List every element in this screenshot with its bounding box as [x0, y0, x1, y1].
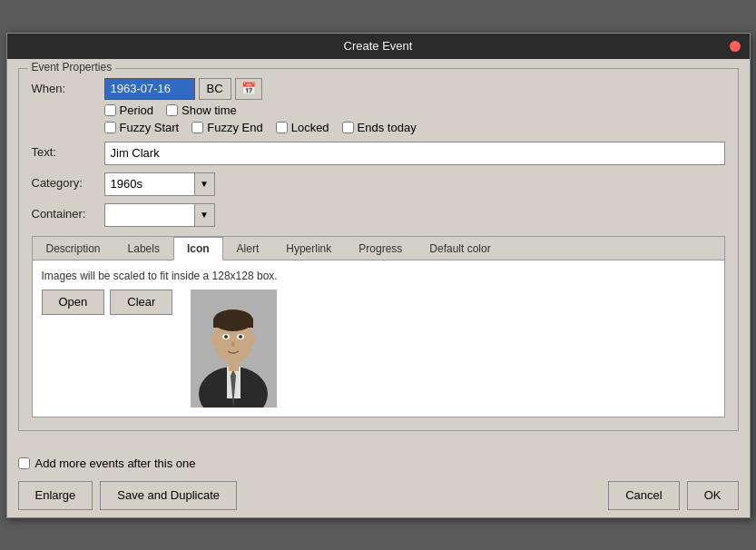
when-label: When: — [32, 78, 104, 95]
ends-today-checkbox-item[interactable]: Ends today — [342, 121, 417, 134]
bottom-area: Add more events after this one Enlarge S… — [7, 449, 750, 517]
group-legend: Event Properties — [28, 61, 116, 74]
icon-hint: Images will be scaled to fit inside a 12… — [42, 270, 715, 282]
tabs-container: Description Labels Icon Alert Hyperlink … — [32, 236, 725, 417]
footer-buttons: Enlarge Save and Duplicate Cancel OK — [18, 481, 739, 510]
category-select-wrapper: 1960s ▼ — [104, 172, 725, 196]
person-image — [191, 290, 277, 408]
category-controls: 1960s ▼ — [104, 172, 725, 196]
locked-checkbox[interactable] — [276, 122, 288, 133]
add-more-row: Add more events after this one — [18, 457, 739, 470]
calendar-icon: 📅 — [241, 82, 256, 95]
save-duplicate-button[interactable]: Save and Duplicate — [100, 481, 237, 510]
fuzzy-end-checkbox[interactable] — [191, 122, 203, 133]
ok-button[interactable]: OK — [687, 481, 739, 510]
enlarge-button[interactable]: Enlarge — [18, 481, 93, 510]
category-label: Category: — [32, 172, 104, 190]
svg-rect-8 — [213, 320, 253, 328]
show-time-label: Show time — [182, 103, 237, 117]
footer-left: Enlarge Save and Duplicate — [18, 481, 238, 510]
tab-progress[interactable]: Progress — [345, 237, 416, 260]
create-event-window: Create Event Event Properties When: BC 📅 — [6, 33, 751, 518]
when-row: When: BC 📅 Period — [32, 78, 725, 134]
container-select-wrapper: ▼ — [104, 203, 725, 227]
tab-default-color[interactable]: Default color — [416, 237, 504, 260]
svg-point-12 — [239, 335, 242, 339]
footer-right: Cancel OK — [608, 481, 738, 510]
container-label: Container: — [32, 203, 104, 221]
locked-label: Locked — [291, 121, 329, 134]
event-properties-group: Event Properties When: BC 📅 — [18, 68, 739, 431]
period-checkbox-item[interactable]: Period — [104, 103, 154, 117]
add-more-label: Add more events after this one — [35, 457, 196, 470]
icon-area: Open Clear — [42, 290, 715, 408]
when-top: BC 📅 — [104, 78, 725, 100]
when-controls: BC 📅 Period Show time — [104, 78, 725, 134]
tab-hyperlink[interactable]: Hyperlink — [272, 237, 345, 260]
container-controls: ▼ — [104, 203, 725, 227]
fuzzy-start-checkbox[interactable] — [104, 122, 116, 133]
add-more-checkbox[interactable] — [18, 457, 30, 469]
close-button[interactable] — [730, 41, 741, 52]
tab-labels[interactable]: Labels — [114, 237, 173, 260]
fuzzy-start-label: Fuzzy Start — [120, 121, 180, 134]
fuzzy-end-label: Fuzzy End — [207, 121, 262, 134]
window-title: Create Event — [27, 39, 730, 53]
tab-icon[interactable]: Icon — [173, 237, 223, 260]
text-input[interactable] — [104, 142, 725, 165]
fuzzy-start-checkbox-item[interactable]: Fuzzy Start — [104, 121, 180, 134]
tab-alert[interactable]: Alert — [223, 237, 273, 260]
locked-checkbox-item[interactable]: Locked — [276, 121, 329, 134]
category-select[interactable]: 1960s — [104, 172, 195, 196]
category-dropdown-arrow[interactable]: ▼ — [195, 172, 215, 196]
ends-today-label: Ends today — [358, 121, 417, 134]
svg-point-15 — [250, 335, 256, 344]
person-svg — [191, 290, 277, 408]
svg-point-14 — [211, 335, 216, 344]
title-bar: Create Event — [7, 34, 750, 59]
text-row: Text: — [32, 142, 725, 165]
icon-buttons-area: Open Clear — [42, 290, 173, 408]
open-button[interactable]: Open — [42, 290, 105, 315]
show-time-checkbox-item[interactable]: Show time — [166, 103, 237, 117]
container-row: Container: ▼ — [32, 203, 725, 227]
container-dropdown-arrow[interactable]: ▼ — [195, 203, 215, 227]
icon-actions: Open Clear — [42, 290, 173, 315]
bc-button[interactable]: BC — [199, 78, 231, 100]
tab-description[interactable]: Description — [33, 237, 114, 260]
checkbox-row-2: Fuzzy Start Fuzzy End Locked Ends t — [104, 121, 725, 134]
calendar-button[interactable]: 📅 — [235, 78, 262, 100]
svg-point-13 — [231, 341, 235, 347]
text-label: Text: — [32, 142, 104, 159]
fuzzy-end-checkbox-item[interactable]: Fuzzy End — [191, 121, 262, 134]
svg-point-11 — [224, 335, 228, 339]
show-time-checkbox[interactable] — [166, 104, 178, 116]
category-row: Category: 1960s ▼ — [32, 172, 725, 196]
clear-button[interactable]: Clear — [110, 290, 172, 315]
tab-bar: Description Labels Icon Alert Hyperlink … — [33, 237, 724, 260]
tab-icon-content: Images will be scaled to fit inside a 12… — [33, 260, 724, 417]
period-label: Period — [120, 103, 154, 117]
checkbox-row-1: Period Show time — [104, 103, 725, 117]
ends-today-checkbox[interactable] — [342, 122, 354, 133]
container-select[interactable] — [104, 203, 195, 227]
text-controls — [104, 142, 725, 165]
period-checkbox[interactable] — [104, 104, 116, 116]
window-body: Event Properties When: BC 📅 — [7, 59, 750, 449]
cancel-button[interactable]: Cancel — [608, 481, 679, 510]
date-input[interactable] — [104, 78, 195, 100]
